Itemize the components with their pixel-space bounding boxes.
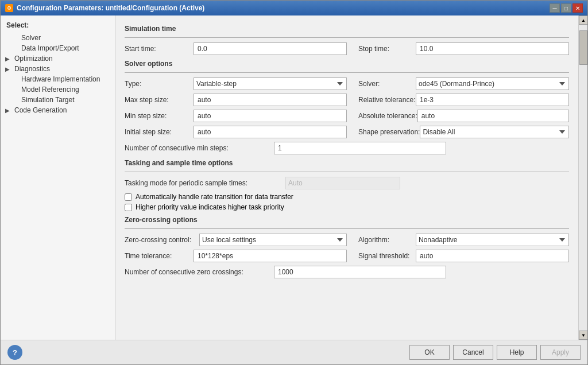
init-step-col: Initial step size: [125, 126, 347, 138]
solver-options-header: Solver options [125, 60, 569, 68]
max-step-row: Max step size: Relative tolerance: [125, 94, 569, 106]
zero-crossing-control-select[interactable]: Use local settings Enable all Disable al… [199, 234, 347, 246]
algorithm-select[interactable]: Nonadaptive Adaptive [416, 234, 569, 246]
start-time-label: Start time: [125, 45, 194, 53]
time-tol-input[interactable] [194, 250, 347, 262]
solver-col: Solver: ode45 (Dormand-Prince) ode23 ode… [347, 77, 569, 90]
algorithm-label: Algorithm: [358, 236, 416, 244]
consec-min-label: Number of consecutive min steps: [125, 144, 274, 152]
signal-thresh-label: Signal threshold: [358, 252, 416, 260]
init-step-input[interactable] [194, 126, 347, 138]
init-step-label: Initial step size: [125, 128, 194, 136]
sidebar-item-label: Hardware Implementation [21, 75, 100, 83]
signal-thresh-col: Signal threshold: [347, 250, 569, 262]
footer-right: OK Cancel Help Apply [409, 345, 581, 360]
minimize-button[interactable]: ─ [550, 3, 560, 13]
sidebar-item-label: Optimization [14, 55, 53, 63]
tasking-mode-select: Auto [285, 177, 400, 189]
sidebar-item-label: Solver [21, 34, 41, 42]
help-icon-button[interactable]: ? [7, 345, 22, 360]
ok-button[interactable]: OK [409, 345, 450, 360]
sidebar-item-label: Code Generation [14, 106, 67, 114]
solver-label: Solver: [358, 80, 416, 88]
algorithm-col: Algorithm: Nonadaptive Adaptive [347, 234, 569, 246]
tasking-mode-label: Tasking mode for periodic sample times: [125, 179, 285, 187]
consec-zero-label: Number of consecutive zero crossings: [125, 268, 274, 276]
max-step-col: Max step size: [125, 94, 347, 106]
rel-tol-label: Relative tolerance: [358, 96, 416, 104]
sidebar-item-code-gen[interactable]: ▶ Code Generation [3, 105, 113, 115]
sidebar-item-hardware[interactable]: Hardware Implementation [3, 74, 113, 84]
zero-crossing-control-row: Zero-crossing control: Use local setting… [125, 234, 569, 246]
footer-left: ? [7, 345, 22, 360]
apply-button[interactable]: Apply [540, 345, 581, 360]
max-step-input[interactable] [194, 94, 347, 106]
close-button[interactable]: ✕ [572, 3, 583, 13]
sidebar-item-sim-target[interactable]: Simulation Target [3, 95, 113, 105]
rate-transition-checkbox[interactable] [125, 193, 132, 201]
init-step-row: Initial step size: Shape preservation: D… [125, 126, 569, 138]
sidebar-item-optimization[interactable]: ▶ Optimization [3, 53, 113, 64]
min-step-row: Min step size: Absolute tolerance: [125, 110, 569, 122]
scroll-up-button[interactable]: ▲ [579, 15, 587, 25]
min-step-input[interactable] [194, 110, 347, 122]
zero-crossing-header: Zero-crossing options [125, 216, 569, 224]
shape-pres-select[interactable]: Disable All Enable All [420, 126, 569, 138]
consec-min-input[interactable] [274, 142, 446, 154]
shape-pres-col: Shape preservation: Disable All Enable A… [347, 126, 569, 138]
scroll-down-button[interactable]: ▼ [579, 331, 587, 340]
type-select[interactable]: Variable-step Fixed-step [194, 77, 347, 90]
higher-priority-label: Higher priority value indicates higher t… [136, 203, 284, 211]
title-bar: ⚙ Configuration Parameters: untitled/Con… [1, 1, 587, 15]
maximize-button[interactable]: □ [561, 3, 571, 13]
sidebar-item-label: Data Import/Export [21, 44, 79, 52]
rate-transition-label: Automatically handle rate transition for… [136, 193, 293, 201]
rel-tol-col: Relative tolerance: [347, 94, 569, 106]
sidebar-item-diagnostics[interactable]: ▶ Diagnostics [3, 64, 113, 74]
right-panel: Simulation time Start time: Stop time: S… [115, 15, 578, 340]
sidebar-item-model-ref[interactable]: Model Referencing [3, 84, 113, 95]
sidebar: Select: Solver Data Import/Export ▶ Opti… [1, 15, 115, 340]
higher-priority-checkbox[interactable] [125, 204, 132, 211]
main-window: ⚙ Configuration Parameters: untitled/Con… [0, 0, 588, 365]
title-buttons: ─ □ ✕ [550, 3, 583, 13]
checkbox-priority-row: Higher priority value indicates higher t… [125, 203, 569, 211]
sidebar-item-solver[interactable]: Solver [3, 33, 113, 43]
stop-time-col: Stop time: [347, 42, 569, 55]
cancel-button[interactable]: Cancel [453, 345, 493, 360]
window-icon: ⚙ [5, 4, 13, 12]
expand-arrow-icon: ▶ [5, 66, 12, 72]
sidebar-item-data-import[interactable]: Data Import/Export [3, 43, 113, 53]
tasking-header: Tasking and sample time options [125, 159, 569, 167]
time-tol-row: Time tolerance: Signal threshold: [125, 250, 569, 262]
rel-tol-input[interactable] [416, 94, 569, 106]
signal-thresh-input[interactable] [416, 250, 569, 262]
footer: ? OK Cancel Help Apply [1, 340, 587, 364]
time-tol-col: Time tolerance: [125, 250, 347, 262]
vertical-scrollbar[interactable]: ▲ ▼ [578, 15, 587, 340]
consec-min-row: Number of consecutive min steps: [125, 142, 569, 154]
expand-arrow-icon: ▶ [5, 56, 12, 62]
expand-arrow-icon: ▶ [5, 107, 12, 114]
tasking-mode-row: Tasking mode for periodic sample times: … [125, 177, 569, 189]
scroll-thumb[interactable] [579, 30, 587, 65]
window-title: Configuration Parameters: untitled/Confi… [17, 4, 204, 12]
consec-zero-input[interactable] [274, 266, 446, 278]
sidebar-item-label: Simulation Target [21, 96, 75, 104]
zero-crossing-col: Zero-crossing control: Use local setting… [125, 234, 347, 246]
abs-tol-input[interactable] [417, 110, 569, 122]
sim-time-row: Start time: Stop time: [125, 42, 569, 55]
help-button[interactable]: Help [497, 345, 537, 360]
scroll-track[interactable] [579, 25, 587, 331]
zero-crossing-control-label: Zero-crossing control: [125, 236, 199, 244]
sidebar-item-label: Model Referencing [21, 86, 79, 94]
type-label: Type: [125, 80, 194, 88]
abs-tol-col: Absolute tolerance: [347, 110, 569, 122]
min-step-col: Min step size: [125, 110, 347, 122]
type-col: Type: Variable-step Fixed-step [125, 77, 347, 90]
stop-time-input[interactable] [416, 42, 569, 55]
min-step-label: Min step size: [125, 112, 194, 120]
solver-select[interactable]: ode45 (Dormand-Prince) ode23 ode113 [416, 77, 569, 90]
right-panel-wrapper: Simulation time Start time: Stop time: S… [115, 15, 587, 340]
start-time-input[interactable] [194, 42, 347, 55]
